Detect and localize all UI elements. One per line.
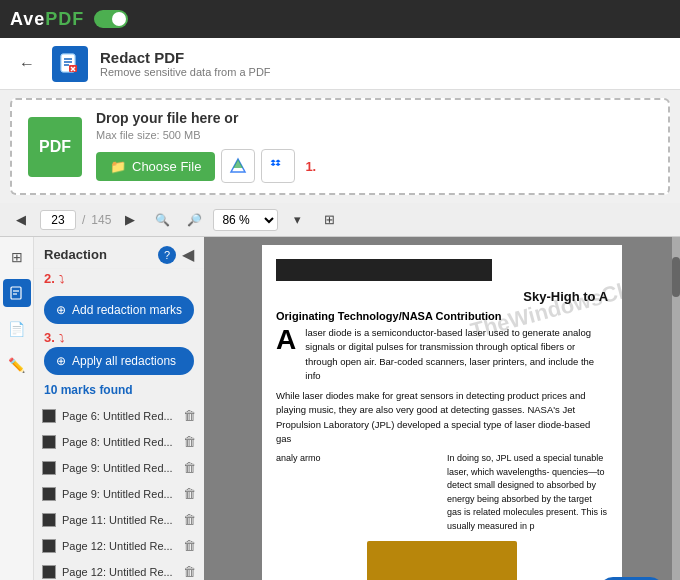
redaction-checkbox[interactable] xyxy=(42,435,56,449)
dashed-arrow-3: ⤵ xyxy=(59,332,65,344)
svg-rect-10 xyxy=(11,287,21,299)
pdf-image xyxy=(367,541,517,580)
header-bar: ← Redact PDF Remove sensitive data from … xyxy=(0,38,680,90)
app-logo: AvePDF xyxy=(10,9,84,30)
sidebar-icon-grid[interactable]: ⊞ xyxy=(3,243,31,271)
dropbox-button[interactable] xyxy=(261,149,295,183)
sidebar-icon-pages[interactable]: 📄 xyxy=(3,315,31,343)
logo-pdf: PDF xyxy=(45,9,84,29)
pdf-drop-cap-area: A laser diode is a semiconductor-based l… xyxy=(276,326,608,383)
redaction-item-label: Page 9: Untitled Red... xyxy=(62,462,177,474)
pdf-body-text-2: While laser diodes make for great sensor… xyxy=(276,389,608,446)
choose-file-label: Choose File xyxy=(132,159,201,174)
page-subtitle: Remove sensitive data from a PDF xyxy=(100,66,271,78)
main-content: ⊞ 📄 ✏️ Redaction ? ◀ 2. xyxy=(0,237,680,580)
choose-file-button[interactable]: 📁 Choose File xyxy=(96,152,215,181)
add-redaction-button[interactable]: ⊕ Add redaction marks xyxy=(44,296,194,324)
upload-max-size: Max file size: 500 MB xyxy=(96,129,316,141)
redaction-list-item: Page 12: Untitled Re... 🗑 xyxy=(34,559,204,580)
topbar: AvePDF xyxy=(0,0,680,38)
pdf-section-title: Originating Technology/NASA Contribution xyxy=(276,310,608,322)
marks-found-label: 10 marks found xyxy=(34,383,204,403)
redaction-delete-button[interactable]: 🗑 xyxy=(183,512,196,527)
page-sep: / xyxy=(82,213,85,227)
prev-page-button[interactable]: ◀ xyxy=(8,207,34,233)
redaction-checkbox[interactable] xyxy=(42,539,56,553)
add-redaction-label: Add redaction marks xyxy=(72,303,182,317)
redaction-item-label: Page 12: Untitled Re... xyxy=(62,566,177,578)
redaction-list-item: Page 6: Untitled Red... 🗑 xyxy=(34,403,204,429)
scrollbar-thumb[interactable] xyxy=(672,257,680,297)
apply-redaction-button[interactable]: ⊕ Apply all redactions xyxy=(44,347,194,375)
redaction-delete-button[interactable]: 🗑 xyxy=(183,408,196,423)
sidebar-header: Redaction ? ◀ xyxy=(34,237,204,269)
page-title: Redact PDF xyxy=(100,49,271,66)
upload-buttons: 📁 Choose File 1. xyxy=(96,149,316,183)
google-drive-button[interactable] xyxy=(221,149,255,183)
sidebar-icon-edit[interactable]: ✏️ xyxy=(3,351,31,379)
redaction-list-item: Page 11: Untitled Re... 🗑 xyxy=(34,507,204,533)
redaction-checkbox[interactable] xyxy=(42,461,56,475)
redaction-delete-button[interactable]: 🗑 xyxy=(183,538,196,553)
redaction-checkbox[interactable] xyxy=(42,513,56,527)
page-total: 145 xyxy=(91,213,111,227)
pdf-icon: PDF xyxy=(28,117,82,177)
layout-button[interactable]: ⊞ xyxy=(316,207,342,233)
redaction-item-label: Page 8: Untitled Red... xyxy=(62,436,177,448)
sidebar-collapse-button[interactable]: ◀ xyxy=(182,245,194,264)
scrollbar[interactable] xyxy=(672,237,680,580)
folder-icon: 📁 xyxy=(110,159,126,174)
redaction-checkbox[interactable] xyxy=(42,487,56,501)
back-button[interactable]: ← xyxy=(14,51,40,77)
search2-button[interactable]: 🔎 xyxy=(181,207,207,233)
redaction-item-label: Page 9: Untitled Red... xyxy=(62,488,177,500)
pdf-body-text-1: laser diode is a semiconductor-based las… xyxy=(305,326,608,383)
redaction-list-item: Page 8: Untitled Red... 🗑 xyxy=(34,429,204,455)
zoom-select[interactable]: 86 % 100 % 75 % 50 % xyxy=(213,209,278,231)
redaction-list-item: Page 9: Untitled Red... 🗑 xyxy=(34,481,204,507)
pdf-redact-bar xyxy=(276,259,492,281)
zoom-dropdown-button[interactable]: ▾ xyxy=(284,207,310,233)
redaction-delete-button[interactable]: 🗑 xyxy=(183,564,196,579)
redaction-item-label: Page 6: Untitled Red... xyxy=(62,410,177,422)
sidebar-icon-redact[interactable] xyxy=(3,279,31,307)
pdf-heading: Sky-High to A xyxy=(276,289,608,304)
annotation-2: 2. xyxy=(44,271,55,286)
tool-icon xyxy=(52,46,88,82)
redaction-checkbox[interactable] xyxy=(42,409,56,423)
upload-area: Drop your file here or Max file size: 50… xyxy=(96,110,316,183)
pdf-drop-cap: A xyxy=(276,326,299,383)
sidebar-title: Redaction xyxy=(44,247,107,262)
apply-redaction-icon: ⊕ xyxy=(56,354,66,368)
toggle-switch[interactable] xyxy=(94,10,128,28)
apply-redaction-label: Apply all redactions xyxy=(72,354,176,368)
annotation-1: 1. xyxy=(305,159,316,174)
sidebar-wrapper: ⊞ 📄 ✏️ Redaction ? ◀ 2. xyxy=(0,237,204,580)
redaction-checkbox[interactable] xyxy=(42,565,56,579)
header-text: Redact PDF Remove sensitive data from a … xyxy=(100,49,271,78)
help-icon[interactable]: ? xyxy=(158,246,176,264)
toggle-knob xyxy=(112,12,126,26)
next-page-button[interactable]: ▶ xyxy=(117,207,143,233)
dashed-arrow-2: ⤵ xyxy=(59,273,65,285)
pdf-toolbar: ◀ / 145 ▶ 🔍 🔎 86 % 100 % 75 % 50 % ▾ ⊞ xyxy=(0,203,680,237)
page-number-input[interactable] xyxy=(40,210,76,230)
annotation-3: 3. xyxy=(44,330,55,345)
redaction-list-item: Page 12: Untitled Re... 🗑 xyxy=(34,533,204,559)
redaction-delete-button[interactable]: 🗑 xyxy=(183,486,196,501)
redaction-item-label: Page 12: Untitled Re... xyxy=(62,540,177,552)
sidebar-panel: Redaction ? ◀ 2. ⤵ ⊕ Add redaction marks… xyxy=(34,237,204,580)
pdf-columns: analy armo In doing so, JPL used a speci… xyxy=(276,452,608,533)
svg-marker-9 xyxy=(233,159,243,168)
redaction-delete-button[interactable]: 🗑 xyxy=(183,434,196,449)
pdf-viewer[interactable]: Sky-High to A TheWindowsClub Originating… xyxy=(204,237,680,580)
logo-ave: Ave xyxy=(10,9,45,29)
upload-title: Drop your file here or xyxy=(96,110,316,126)
add-redaction-icon: ⊕ xyxy=(56,303,66,317)
pdf-page: Sky-High to A TheWindowsClub Originating… xyxy=(262,245,622,580)
redaction-delete-button[interactable]: 🗑 xyxy=(183,460,196,475)
redaction-list-item: Page 9: Untitled Red... 🗑 xyxy=(34,455,204,481)
upload-zone: PDF Drop your file here or Max file size… xyxy=(10,98,670,195)
search-button[interactable]: 🔍 xyxy=(149,207,175,233)
redaction-item-label: Page 11: Untitled Re... xyxy=(62,514,177,526)
